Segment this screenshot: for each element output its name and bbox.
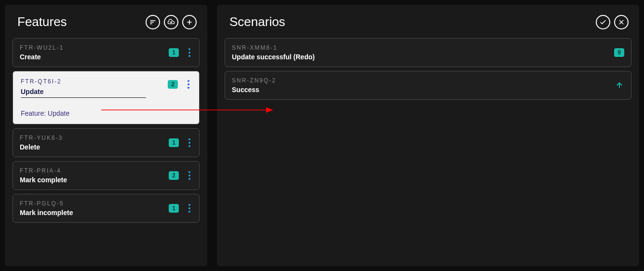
feature-label-text: Feature: Update [21,109,191,117]
feature-title: Mark incomplete [20,209,164,217]
features-header: Features [10,14,202,36]
input-underline [21,97,146,98]
feature-menu-button[interactable] [187,202,192,215]
feature-title: Create [20,53,164,61]
add-feature-button[interactable] [182,15,197,29]
feature-card[interactable]: FTR-WU2L-1 Create 1 [13,38,200,67]
feature-info: FTR-YUK6-3 Delete [20,135,164,151]
scenario-id: SNR-XMM8-1 [232,44,315,51]
close-icon [617,18,625,26]
feature-card[interactable]: FTR-PRIA-4 Mark complete 2 [13,161,200,190]
scenarios-header: Scenarios [222,14,634,36]
scenario-card[interactable]: SNR-XMM8-1 Update successful (Redo) 9 [225,38,631,67]
feature-menu-button[interactable] [187,136,192,149]
feature-id: FTR-YUK6-3 [20,135,164,141]
features-title: Features [17,14,67,29]
feature-info: FTR-WU2L-1 Create [20,44,164,61]
feature-meta: 1 [169,202,192,215]
cancel-button[interactable] [614,15,629,29]
confirm-button[interactable] [596,15,610,29]
feature-title: Delete [20,143,164,151]
feature-count-badge: 2 [168,80,178,89]
feature-card[interactable]: FTR-PGLQ-5 Mark incomplete 1 [13,194,200,223]
scenario-title: Update successful (Redo) [232,53,315,61]
feature-meta: 2 [168,78,191,91]
scenarios-panel: Scenarios SNR-XMM8-1 Update [217,5,639,266]
scenario-title: Success [232,86,276,94]
feature-id: FTR-PGLQ-5 [20,200,164,207]
scenario-card[interactable]: SNR-ZN9Q-2 Success [225,71,631,100]
scenarios-actions [596,15,629,29]
arrow-up-icon [615,81,624,90]
check-icon [599,18,607,26]
scenario-info: SNR-ZN9Q-2 Success [232,77,276,94]
feature-menu-button[interactable] [187,46,192,59]
features-panel: Features [5,5,207,266]
feature-meta: 2 [169,169,192,182]
sort-button[interactable] [146,15,160,29]
scenarios-title: Scenarios [229,14,285,29]
feature-menu-button[interactable] [187,169,192,182]
feature-count-badge: 2 [169,171,179,180]
feature-count-badge: 1 [169,138,179,147]
feature-id: FTR-WU2L-1 [20,44,164,51]
scenario-info: SNR-XMM8-1 Update successful (Redo) [232,44,315,61]
feature-id: FTR-QT6I-2 [21,78,163,85]
feature-menu-button[interactable] [186,78,191,91]
feature-count-badge: 1 [169,48,179,57]
feature-title-input[interactable] [21,87,163,96]
scenario-count-badge: 9 [614,48,624,57]
feature-info: FTR-PRIA-4 Mark complete [20,167,164,184]
feature-card-selected[interactable]: FTR-QT6I-2 2 Feature: Update [13,71,200,124]
feature-card[interactable]: FTR-YUK6-3 Delete 1 [13,128,200,157]
upload-button[interactable] [164,15,178,29]
feature-meta: 1 [169,136,192,149]
feature-meta: 1 [169,46,192,59]
feature-info: FTR-PGLQ-5 Mark incomplete [20,200,164,217]
feature-count-badge: 1 [169,204,179,213]
sort-icon [149,18,157,26]
scenario-id: SNR-ZN9Q-2 [232,77,276,84]
plus-icon [186,18,193,26]
cloud-upload-icon [167,18,175,26]
feature-title: Mark complete [20,176,164,184]
features-actions [146,15,197,29]
feature-id: FTR-PRIA-4 [20,167,164,174]
feature-info: FTR-QT6I-2 [21,78,163,98]
move-up-button[interactable] [615,81,624,90]
